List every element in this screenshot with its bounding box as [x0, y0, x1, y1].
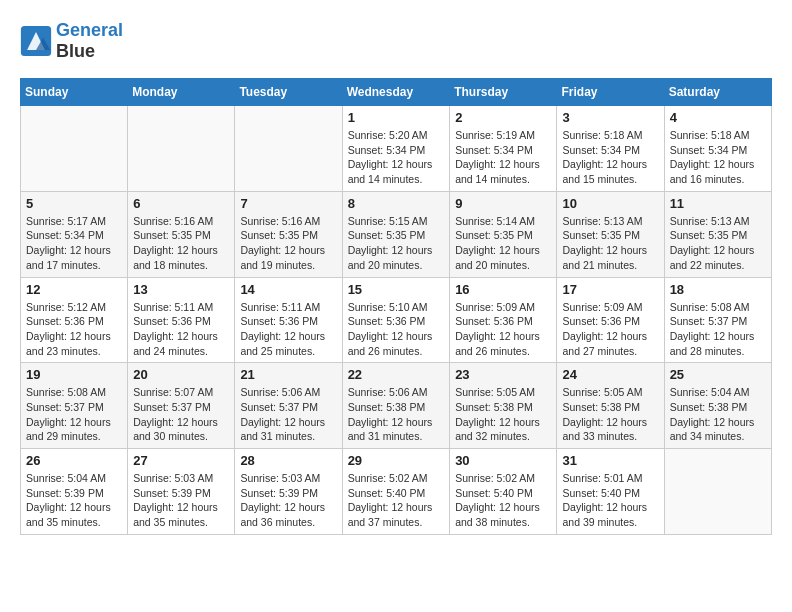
day-info: Sunrise: 5:01 AM Sunset: 5:40 PM Dayligh…	[562, 471, 658, 530]
day-info: Sunrise: 5:20 AM Sunset: 5:34 PM Dayligh…	[348, 128, 445, 187]
calendar-cell: 27Sunrise: 5:03 AM Sunset: 5:39 PM Dayli…	[128, 449, 235, 535]
calendar-table: SundayMondayTuesdayWednesdayThursdayFrid…	[20, 78, 772, 535]
day-info: Sunrise: 5:17 AM Sunset: 5:34 PM Dayligh…	[26, 214, 122, 273]
calendar-cell: 4Sunrise: 5:18 AM Sunset: 5:34 PM Daylig…	[664, 106, 771, 192]
weekday-header-monday: Monday	[128, 79, 235, 106]
logo: General Blue	[20, 20, 123, 62]
day-info: Sunrise: 5:04 AM Sunset: 5:39 PM Dayligh…	[26, 471, 122, 530]
day-number: 15	[348, 282, 445, 297]
calendar-cell: 8Sunrise: 5:15 AM Sunset: 5:35 PM Daylig…	[342, 191, 450, 277]
calendar-cell: 5Sunrise: 5:17 AM Sunset: 5:34 PM Daylig…	[21, 191, 128, 277]
calendar-header-row: SundayMondayTuesdayWednesdayThursdayFrid…	[21, 79, 772, 106]
calendar-cell: 18Sunrise: 5:08 AM Sunset: 5:37 PM Dayli…	[664, 277, 771, 363]
day-number: 3	[562, 110, 658, 125]
day-number: 18	[670, 282, 766, 297]
calendar-cell: 25Sunrise: 5:04 AM Sunset: 5:38 PM Dayli…	[664, 363, 771, 449]
calendar-week-5: 26Sunrise: 5:04 AM Sunset: 5:39 PM Dayli…	[21, 449, 772, 535]
day-info: Sunrise: 5:18 AM Sunset: 5:34 PM Dayligh…	[670, 128, 766, 187]
day-number: 24	[562, 367, 658, 382]
logo-text: General Blue	[56, 20, 123, 62]
day-info: Sunrise: 5:19 AM Sunset: 5:34 PM Dayligh…	[455, 128, 551, 187]
weekday-header-saturday: Saturday	[664, 79, 771, 106]
day-info: Sunrise: 5:02 AM Sunset: 5:40 PM Dayligh…	[455, 471, 551, 530]
day-number: 20	[133, 367, 229, 382]
day-info: Sunrise: 5:18 AM Sunset: 5:34 PM Dayligh…	[562, 128, 658, 187]
day-info: Sunrise: 5:13 AM Sunset: 5:35 PM Dayligh…	[670, 214, 766, 273]
weekday-header-tuesday: Tuesday	[235, 79, 342, 106]
calendar-cell: 24Sunrise: 5:05 AM Sunset: 5:38 PM Dayli…	[557, 363, 664, 449]
day-info: Sunrise: 5:02 AM Sunset: 5:40 PM Dayligh…	[348, 471, 445, 530]
calendar-week-1: 1Sunrise: 5:20 AM Sunset: 5:34 PM Daylig…	[21, 106, 772, 192]
day-number: 25	[670, 367, 766, 382]
day-number: 14	[240, 282, 336, 297]
calendar-cell: 3Sunrise: 5:18 AM Sunset: 5:34 PM Daylig…	[557, 106, 664, 192]
day-info: Sunrise: 5:06 AM Sunset: 5:38 PM Dayligh…	[348, 385, 445, 444]
day-info: Sunrise: 5:12 AM Sunset: 5:36 PM Dayligh…	[26, 300, 122, 359]
day-number: 8	[348, 196, 445, 211]
day-number: 2	[455, 110, 551, 125]
day-info: Sunrise: 5:06 AM Sunset: 5:37 PM Dayligh…	[240, 385, 336, 444]
calendar-cell: 16Sunrise: 5:09 AM Sunset: 5:36 PM Dayli…	[450, 277, 557, 363]
logo-icon	[20, 25, 52, 57]
calendar-cell	[664, 449, 771, 535]
calendar-week-2: 5Sunrise: 5:17 AM Sunset: 5:34 PM Daylig…	[21, 191, 772, 277]
day-number: 1	[348, 110, 445, 125]
day-info: Sunrise: 5:07 AM Sunset: 5:37 PM Dayligh…	[133, 385, 229, 444]
day-info: Sunrise: 5:04 AM Sunset: 5:38 PM Dayligh…	[670, 385, 766, 444]
calendar-cell	[128, 106, 235, 192]
day-number: 9	[455, 196, 551, 211]
day-info: Sunrise: 5:08 AM Sunset: 5:37 PM Dayligh…	[26, 385, 122, 444]
calendar-cell: 9Sunrise: 5:14 AM Sunset: 5:35 PM Daylig…	[450, 191, 557, 277]
day-number: 6	[133, 196, 229, 211]
calendar-cell: 23Sunrise: 5:05 AM Sunset: 5:38 PM Dayli…	[450, 363, 557, 449]
calendar-cell: 11Sunrise: 5:13 AM Sunset: 5:35 PM Dayli…	[664, 191, 771, 277]
day-info: Sunrise: 5:03 AM Sunset: 5:39 PM Dayligh…	[240, 471, 336, 530]
day-info: Sunrise: 5:15 AM Sunset: 5:35 PM Dayligh…	[348, 214, 445, 273]
calendar-cell: 29Sunrise: 5:02 AM Sunset: 5:40 PM Dayli…	[342, 449, 450, 535]
calendar-cell: 10Sunrise: 5:13 AM Sunset: 5:35 PM Dayli…	[557, 191, 664, 277]
day-info: Sunrise: 5:16 AM Sunset: 5:35 PM Dayligh…	[240, 214, 336, 273]
day-number: 29	[348, 453, 445, 468]
calendar-cell: 19Sunrise: 5:08 AM Sunset: 5:37 PM Dayli…	[21, 363, 128, 449]
day-info: Sunrise: 5:05 AM Sunset: 5:38 PM Dayligh…	[562, 385, 658, 444]
day-info: Sunrise: 5:13 AM Sunset: 5:35 PM Dayligh…	[562, 214, 658, 273]
calendar-cell: 2Sunrise: 5:19 AM Sunset: 5:34 PM Daylig…	[450, 106, 557, 192]
calendar-cell: 12Sunrise: 5:12 AM Sunset: 5:36 PM Dayli…	[21, 277, 128, 363]
day-info: Sunrise: 5:08 AM Sunset: 5:37 PM Dayligh…	[670, 300, 766, 359]
calendar-cell: 28Sunrise: 5:03 AM Sunset: 5:39 PM Dayli…	[235, 449, 342, 535]
day-info: Sunrise: 5:09 AM Sunset: 5:36 PM Dayligh…	[455, 300, 551, 359]
calendar-cell: 14Sunrise: 5:11 AM Sunset: 5:36 PM Dayli…	[235, 277, 342, 363]
calendar-cell: 26Sunrise: 5:04 AM Sunset: 5:39 PM Dayli…	[21, 449, 128, 535]
page-header: General Blue	[20, 20, 772, 62]
calendar-cell: 22Sunrise: 5:06 AM Sunset: 5:38 PM Dayli…	[342, 363, 450, 449]
day-number: 30	[455, 453, 551, 468]
calendar-cell: 20Sunrise: 5:07 AM Sunset: 5:37 PM Dayli…	[128, 363, 235, 449]
day-number: 5	[26, 196, 122, 211]
day-number: 11	[670, 196, 766, 211]
calendar-cell: 15Sunrise: 5:10 AM Sunset: 5:36 PM Dayli…	[342, 277, 450, 363]
weekday-header-sunday: Sunday	[21, 79, 128, 106]
day-number: 12	[26, 282, 122, 297]
day-number: 23	[455, 367, 551, 382]
day-number: 19	[26, 367, 122, 382]
calendar-cell: 30Sunrise: 5:02 AM Sunset: 5:40 PM Dayli…	[450, 449, 557, 535]
day-number: 10	[562, 196, 658, 211]
calendar-cell: 21Sunrise: 5:06 AM Sunset: 5:37 PM Dayli…	[235, 363, 342, 449]
calendar-cell: 1Sunrise: 5:20 AM Sunset: 5:34 PM Daylig…	[342, 106, 450, 192]
day-number: 13	[133, 282, 229, 297]
day-number: 16	[455, 282, 551, 297]
calendar-body: 1Sunrise: 5:20 AM Sunset: 5:34 PM Daylig…	[21, 106, 772, 535]
calendar-cell: 7Sunrise: 5:16 AM Sunset: 5:35 PM Daylig…	[235, 191, 342, 277]
weekday-header-friday: Friday	[557, 79, 664, 106]
calendar-cell: 31Sunrise: 5:01 AM Sunset: 5:40 PM Dayli…	[557, 449, 664, 535]
day-info: Sunrise: 5:16 AM Sunset: 5:35 PM Dayligh…	[133, 214, 229, 273]
day-number: 31	[562, 453, 658, 468]
day-number: 22	[348, 367, 445, 382]
day-number: 7	[240, 196, 336, 211]
day-number: 17	[562, 282, 658, 297]
day-number: 28	[240, 453, 336, 468]
day-info: Sunrise: 5:11 AM Sunset: 5:36 PM Dayligh…	[240, 300, 336, 359]
weekday-header-thursday: Thursday	[450, 79, 557, 106]
day-info: Sunrise: 5:14 AM Sunset: 5:35 PM Dayligh…	[455, 214, 551, 273]
day-info: Sunrise: 5:05 AM Sunset: 5:38 PM Dayligh…	[455, 385, 551, 444]
